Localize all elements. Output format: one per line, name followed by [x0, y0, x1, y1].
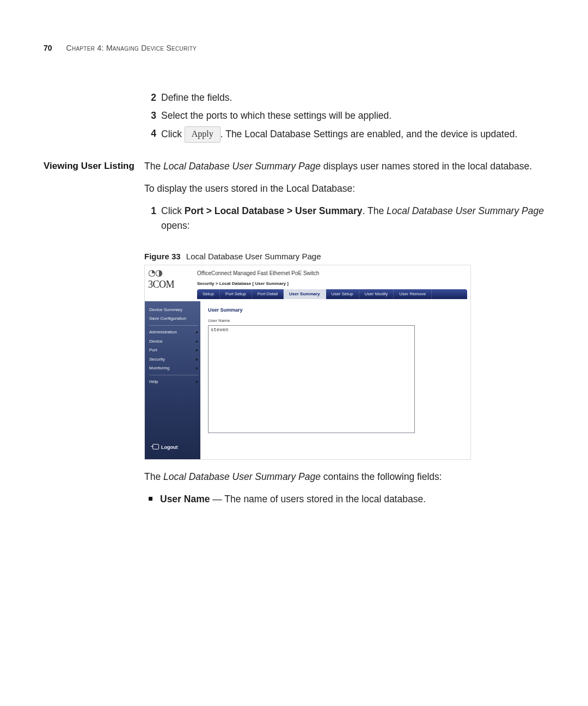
step-text: Click Apply . The Local Database Setting… [161, 126, 544, 143]
brand-block: ◔◑ 3COM [148, 269, 197, 299]
sidebar-save-config[interactable]: Save Configuration [149, 314, 198, 323]
steps-list-b: 1 Click Port > Local Database > User Sum… [144, 204, 544, 233]
tab-setup[interactable]: Setup [197, 289, 220, 299]
step4-lead: Click [161, 129, 185, 139]
tab-user-modify[interactable]: User Modify [359, 289, 394, 299]
figure-screenshot: ◔◑ 3COM OfficeConnect Managed Fast Ether… [144, 265, 471, 460]
column-header-username: User Name [208, 318, 463, 324]
step-number: 3 [144, 108, 156, 123]
list-item: User Name — The name of users stored in … [144, 492, 544, 507]
tab-user-summary[interactable]: User Summary [284, 289, 326, 299]
step-text: Define the fields. [161, 90, 544, 105]
content-title: User Summary [208, 307, 463, 314]
content-panel: User Summary User Name steven [200, 301, 470, 459]
figure-caption: Figure 33 Local Database User Summary Pa… [144, 250, 544, 263]
chapter-title: Chapter 4: Managing Device Security [66, 44, 197, 52]
section-intro-1: The Local Database User Summary Page dis… [144, 159, 544, 174]
sidebar-help[interactable]: Help [149, 378, 198, 386]
sidebar-security[interactable]: Security [149, 355, 198, 364]
sidebar-administration[interactable]: Administration [149, 328, 198, 337]
user-listbox[interactable]: steven [208, 325, 415, 433]
step-text: Select the ports to which these settings… [161, 108, 544, 123]
nav-path: Port > Local Database > User Summary [185, 205, 363, 216]
tab-user-setup[interactable]: User Setup [326, 289, 359, 299]
step-number: 1 [144, 204, 156, 218]
page-name-italic: Local Database User Summary Page [163, 471, 321, 482]
field-desc: — The name of users stored in the local … [210, 494, 426, 504]
step4-mid: . The Local Database Settings are enable… [220, 129, 517, 139]
brand-name: 3COM [148, 277, 197, 293]
sidebar-divider [149, 375, 198, 375]
step-number: 2 [144, 90, 156, 105]
bullet-icon [149, 497, 152, 501]
tab-port-setup[interactable]: Port Setup [220, 289, 252, 299]
page-name-italic: Local Database User Summary Page [387, 205, 544, 216]
sidebar-divider [149, 325, 198, 326]
figure-label: Figure 33 [144, 252, 181, 261]
figure-caption-text: Local Database User Summary Page [186, 252, 321, 261]
sidebar-port[interactable]: Port [149, 346, 198, 355]
section-intro-2: To display the users stored in the Local… [144, 181, 544, 196]
tab-user-remove[interactable]: User Remove [394, 289, 432, 299]
section-side-title: Viewing User Listing [44, 159, 144, 173]
sidebar-monitoring[interactable]: Monitoring [149, 364, 198, 373]
product-title: OfficeConnect Managed Fast Ethernet PoE … [197, 269, 467, 281]
step-number: 4 [144, 126, 156, 141]
sidebar-device-summary[interactable]: Device Summary [149, 306, 198, 314]
tab-port-detail[interactable]: Port Detail [252, 289, 284, 299]
field-name: User Name [160, 494, 210, 504]
after-figure-text: The Local Database User Summary Page con… [144, 470, 544, 484]
brand-glyph-icon: ◔◑ [148, 269, 197, 277]
sidebar: Device Summary Save Configuration Admini… [145, 301, 200, 459]
list-item[interactable]: steven [211, 327, 412, 334]
page-header: 70 Chapter 4: Managing Device Security [44, 44, 544, 52]
logout-button[interactable]: Logout [152, 444, 178, 452]
sidebar-device[interactable]: Device [149, 337, 198, 346]
step-text: Click Port > Local Database > User Summa… [161, 204, 544, 233]
page-name-italic: Local Database User Summary Page [163, 161, 321, 172]
apply-button[interactable]: Apply [185, 126, 220, 143]
page-number: 70 [44, 44, 52, 52]
field-list: User Name — The name of users stored in … [144, 492, 544, 507]
steps-list-top: 2 Define the fields. 3 Select the ports … [144, 90, 544, 143]
breadcrumb: Security > Local Database [ User Summary… [197, 281, 467, 289]
logout-icon [152, 444, 159, 449]
tab-bar: Setup Port Setup Port Detail User Summar… [197, 289, 467, 299]
